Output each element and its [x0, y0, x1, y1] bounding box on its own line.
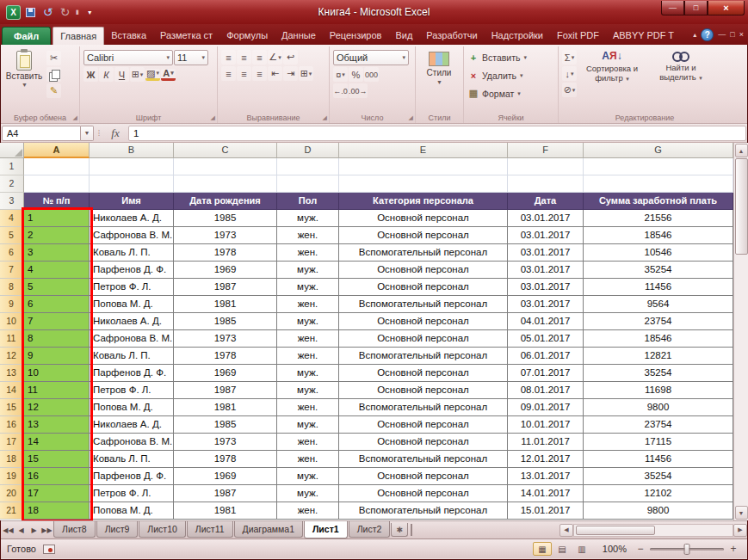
cell-C8[interactable]: 1987 — [174, 279, 277, 296]
cell-F16[interactable]: 10.01.2017 — [508, 416, 584, 434]
cell-A15[interactable]: 12 — [24, 399, 90, 416]
cell-G11[interactable]: 18546 — [584, 330, 733, 348]
increase-indent-icon[interactable]: ⇥ — [283, 66, 298, 81]
cell-G4[interactable]: 21556 — [584, 210, 733, 227]
cell-B9[interactable]: Попова М. Д. — [90, 296, 174, 313]
cell-D9[interactable]: жен. — [277, 296, 339, 313]
column-header-G[interactable]: G — [584, 143, 733, 158]
cell-G9[interactable]: 9564 — [584, 296, 733, 313]
zoom-out-button[interactable]: − — [634, 543, 646, 555]
cell-E20[interactable]: Основной персонал — [339, 485, 508, 502]
macro-record-icon[interactable] — [43, 545, 55, 554]
horizontal-scroll-thumb[interactable] — [576, 526, 655, 535]
cell-E11[interactable]: Основной персонал — [339, 330, 508, 348]
normal-view-button[interactable]: ▦ — [533, 542, 552, 556]
cell-C5[interactable]: 1973 — [174, 227, 277, 244]
tab-Рецензиров[interactable]: Рецензиров — [323, 27, 389, 45]
cell-B5[interactable]: Сафронова В. М. — [90, 227, 174, 244]
cell-G6[interactable]: 10546 — [584, 244, 733, 262]
zoom-level[interactable]: 100% — [599, 544, 627, 554]
cell-D1[interactable] — [277, 158, 339, 175]
font-name-combo[interactable]: Calibri▾ — [83, 50, 173, 65]
sheet-tab-Лист11[interactable]: Лист11 — [187, 521, 233, 538]
font-size-combo[interactable]: 11▾ — [174, 50, 208, 65]
cell-F11[interactable]: 05.01.2017 — [508, 330, 584, 348]
cell-A6[interactable]: 3 — [24, 244, 90, 262]
cell-A9[interactable]: 6 — [24, 296, 90, 313]
row-header-20[interactable]: 20 — [0, 485, 24, 502]
cell-C12[interactable]: 1978 — [174, 348, 277, 365]
page-break-view-button[interactable]: ▥ — [572, 542, 591, 556]
cell-E4[interactable]: Основной персонал — [339, 210, 508, 227]
cell-D18[interactable]: жен. — [277, 451, 339, 468]
horizontal-scrollbar[interactable]: ◀ ▶ — [559, 524, 747, 537]
scroll-up-icon[interactable]: ▲ — [735, 144, 748, 157]
autosum-button[interactable]: Σ▾ — [562, 50, 577, 65]
minimize-button[interactable]: — — [661, 1, 684, 15]
tab-Главная[interactable]: Главная — [53, 27, 104, 45]
last-sheet-icon[interactable]: ▶▶ — [40, 524, 53, 537]
close-button[interactable]: × — [708, 1, 745, 15]
formula-input[interactable]: 1 — [128, 126, 746, 141]
alignment-dialog-launcher[interactable]: ◢ — [323, 114, 327, 121]
row-header-9[interactable]: 9 — [0, 296, 24, 313]
cell-C4[interactable]: 1985 — [174, 210, 277, 227]
first-sheet-icon[interactable]: ◀◀ — [2, 524, 15, 537]
sort-filter-button[interactable]: АЯ↓ Сортировка и фильтр ▾ — [578, 48, 646, 111]
clear-button[interactable]: ⊘▾ — [562, 83, 577, 97]
align-top-icon[interactable]: ≡ — [221, 50, 236, 65]
clipboard-dialog-launcher[interactable]: ◢ — [73, 114, 77, 121]
tab-Формулы[interactable]: Формулы — [219, 27, 275, 45]
cell-C15[interactable]: 1981 — [174, 399, 277, 416]
cell-F19[interactable]: 13.01.2017 — [508, 468, 584, 485]
cell-C3[interactable]: Дата рождения — [174, 193, 277, 210]
font-color-button[interactable]: А▾ — [161, 69, 176, 81]
zoom-thumb[interactable] — [684, 544, 690, 555]
vertical-scroll-thumb[interactable] — [735, 158, 748, 255]
styles-dropdown-icon[interactable]: ▼ — [436, 79, 442, 85]
cell-D7[interactable]: муж. — [277, 262, 339, 279]
decrease-indent-icon[interactable]: ⇤ — [268, 66, 282, 81]
cell-A4[interactable]: 1 — [24, 210, 90, 227]
format-cells-button[interactable]: ▦Формат▾ — [467, 85, 554, 102]
cell-E1[interactable] — [339, 158, 508, 175]
tab-Вид[interactable]: Вид — [388, 27, 419, 45]
cell-A10[interactable]: 7 — [24, 313, 90, 330]
borders-icon[interactable]: ⊞▾ — [130, 67, 145, 82]
cell-F9[interactable]: 03.01.2017 — [508, 296, 584, 313]
cell-E5[interactable]: Основной персонал — [339, 227, 508, 244]
cell-D17[interactable]: жен. — [277, 434, 339, 451]
cell-G17[interactable]: 17115 — [584, 434, 733, 451]
number-dialog-launcher[interactable]: ◢ — [409, 114, 413, 121]
font-dialog-launcher[interactable]: ◢ — [211, 114, 215, 121]
cell-E2[interactable] — [339, 175, 508, 193]
tab-Данные[interactable]: Данные — [275, 27, 323, 45]
doc-close-icon[interactable]: × — [739, 30, 744, 39]
align-middle-icon[interactable]: ≡ — [237, 50, 251, 65]
cell-A1[interactable] — [24, 158, 90, 175]
cell-D2[interactable] — [277, 175, 339, 193]
cell-F10[interactable]: 04.01.2017 — [508, 313, 584, 330]
cell-D11[interactable]: жен. — [277, 330, 339, 348]
cell-A18[interactable]: 15 — [24, 451, 90, 468]
redo-button[interactable]: ↻ — [58, 5, 72, 20]
tab-splitter[interactable] — [411, 524, 417, 536]
cell-C21[interactable]: 1981 — [174, 502, 277, 520]
name-box-dropdown-icon[interactable]: ▼ — [81, 126, 94, 141]
row-header-15[interactable]: 15 — [0, 399, 24, 416]
italic-button[interactable]: К — [99, 67, 114, 82]
cell-B8[interactable]: Петров Ф. Л. — [90, 279, 174, 296]
cell-D4[interactable]: муж. — [277, 210, 339, 227]
cell-C19[interactable]: 1969 — [174, 468, 277, 485]
tab-ABBYY PDF T[interactable]: ABBYY PDF T — [606, 27, 681, 45]
cell-C10[interactable]: 1985 — [174, 313, 277, 330]
cell-C11[interactable]: 1973 — [174, 330, 277, 348]
cell-B19[interactable]: Парфенов Д. Ф. — [90, 468, 174, 485]
tab-Разработчи[interactable]: Разработчи — [419, 27, 484, 45]
row-header-5[interactable]: 5 — [0, 227, 24, 244]
cell-F15[interactable]: 09.01.2017 — [508, 399, 584, 416]
cell-E8[interactable]: Основной персонал — [339, 279, 508, 296]
row-header-14[interactable]: 14 — [0, 382, 24, 399]
cell-B16[interactable]: Николаев А. Д. — [90, 416, 174, 434]
cell-E16[interactable]: Основной персонал — [339, 416, 508, 434]
